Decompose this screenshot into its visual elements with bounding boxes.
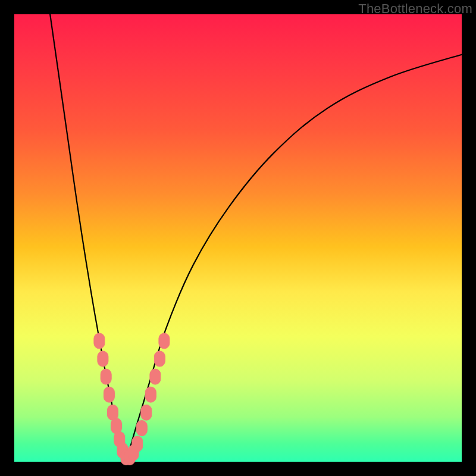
bottleneck-marker bbox=[154, 351, 165, 367]
bottleneck-marker bbox=[98, 351, 108, 367]
bottleneck-marker bbox=[132, 436, 143, 452]
curve-right-branch bbox=[126, 55, 462, 462]
bottleneck-marker bbox=[150, 369, 161, 384]
bottleneck-marker bbox=[104, 387, 114, 402]
bottleneck-marker bbox=[141, 405, 152, 420]
bottleneck-marker bbox=[94, 333, 105, 349]
bottleneck-marker bbox=[111, 418, 121, 434]
bottleneck-marker bbox=[159, 333, 170, 349]
bottleneck-marker bbox=[145, 387, 156, 402]
bottleneck-marker bbox=[136, 421, 147, 436]
bottleneck-markers-group bbox=[94, 333, 170, 465]
chart-svg bbox=[14, 14, 462, 462]
bottleneck-marker bbox=[101, 369, 111, 384]
chart-frame bbox=[14, 14, 462, 462]
